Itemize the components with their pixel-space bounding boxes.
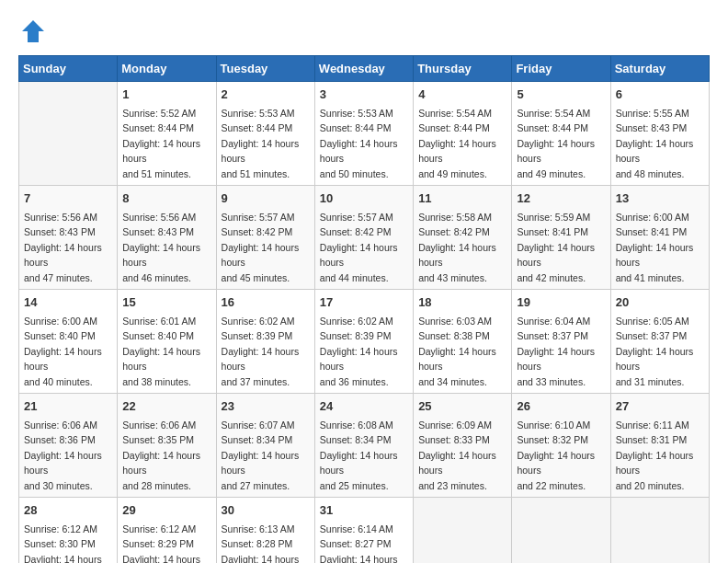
- logo-icon: [20, 18, 46, 44]
- logo: [18, 18, 46, 40]
- day-number: 25: [418, 397, 506, 416]
- svg-marker-0: [22, 20, 44, 42]
- day-number: 23: [222, 397, 310, 416]
- day-info: Sunrise: 5:57 AMSunset: 8:42 PMDaylight:…: [320, 212, 398, 283]
- day-info: Sunrise: 6:03 AMSunset: 8:38 PMDaylight:…: [418, 316, 496, 387]
- day-number: 27: [616, 397, 704, 416]
- day-info: Sunrise: 6:06 AMSunset: 8:35 PMDaylight:…: [122, 419, 200, 491]
- calendar-cell: 16Sunrise: 6:02 AMSunset: 8:39 PMDayligh…: [216, 290, 314, 394]
- weekday-header: Monday: [118, 56, 216, 82]
- day-number: 5: [517, 86, 605, 104]
- calendar-cell: 28Sunrise: 6:12 AMSunset: 8:30 PMDayligh…: [19, 498, 118, 564]
- calendar-cell: [610, 498, 709, 564]
- calendar-cell: 11Sunrise: 5:58 AMSunset: 8:42 PMDayligh…: [414, 186, 512, 290]
- day-info: Sunrise: 5:58 AMSunset: 8:42 PMDaylight:…: [418, 212, 496, 283]
- day-number: 6: [616, 86, 704, 104]
- weekday-header: Wednesday: [314, 56, 413, 82]
- day-number: 7: [24, 190, 112, 208]
- day-info: Sunrise: 6:09 AMSunset: 8:33 PMDaylight:…: [418, 419, 496, 491]
- day-number: 26: [517, 397, 605, 416]
- calendar-cell: 29Sunrise: 6:12 AMSunset: 8:29 PMDayligh…: [118, 498, 216, 564]
- day-info: Sunrise: 6:11 AMSunset: 8:31 PMDaylight:…: [616, 419, 694, 491]
- weekday-header-row: SundayMondayTuesdayWednesdayThursdayFrid…: [19, 56, 710, 82]
- calendar-cell: 6Sunrise: 5:55 AMSunset: 8:43 PMDaylight…: [610, 82, 709, 186]
- day-info: Sunrise: 6:05 AMSunset: 8:37 PMDaylight:…: [616, 316, 694, 387]
- day-info: Sunrise: 6:00 AMSunset: 8:40 PMDaylight:…: [24, 316, 102, 387]
- calendar-cell: 22Sunrise: 6:06 AMSunset: 8:35 PMDayligh…: [118, 394, 216, 498]
- calendar-cell: 4Sunrise: 5:54 AMSunset: 8:44 PMDaylight…: [414, 82, 512, 186]
- calendar-cell: 24Sunrise: 6:08 AMSunset: 8:34 PMDayligh…: [314, 394, 413, 498]
- day-info: Sunrise: 6:12 AMSunset: 8:29 PMDaylight:…: [122, 523, 200, 564]
- day-info: Sunrise: 6:06 AMSunset: 8:36 PMDaylight:…: [24, 419, 102, 491]
- calendar-week-row: 7Sunrise: 5:56 AMSunset: 8:43 PMDaylight…: [19, 186, 710, 290]
- day-number: 14: [24, 293, 112, 312]
- day-info: Sunrise: 5:56 AMSunset: 8:43 PMDaylight:…: [24, 212, 102, 283]
- day-number: 4: [418, 86, 506, 104]
- day-info: Sunrise: 5:59 AMSunset: 8:41 PMDaylight:…: [517, 212, 595, 283]
- calendar-cell: 27Sunrise: 6:11 AMSunset: 8:31 PMDayligh…: [610, 394, 709, 498]
- day-info: Sunrise: 5:54 AMSunset: 8:44 PMDaylight:…: [418, 108, 496, 179]
- day-info: Sunrise: 6:10 AMSunset: 8:32 PMDaylight:…: [517, 419, 595, 491]
- page-header: [18, 18, 710, 40]
- day-info: Sunrise: 5:52 AMSunset: 8:44 PMDaylight:…: [122, 108, 200, 179]
- day-number: 29: [122, 501, 210, 520]
- calendar-cell: 21Sunrise: 6:06 AMSunset: 8:36 PMDayligh…: [19, 394, 118, 498]
- day-number: 15: [122, 293, 210, 312]
- calendar-cell: 20Sunrise: 6:05 AMSunset: 8:37 PMDayligh…: [610, 290, 709, 394]
- day-info: Sunrise: 6:13 AMSunset: 8:28 PMDaylight:…: [222, 523, 300, 564]
- calendar-week-row: 1Sunrise: 5:52 AMSunset: 8:44 PMDaylight…: [19, 82, 710, 186]
- day-number: 28: [24, 501, 112, 520]
- day-number: 20: [616, 293, 704, 312]
- calendar-cell: 9Sunrise: 5:57 AMSunset: 8:42 PMDaylight…: [216, 186, 314, 290]
- calendar-cell: 8Sunrise: 5:56 AMSunset: 8:43 PMDaylight…: [118, 186, 216, 290]
- day-number: 17: [320, 293, 408, 312]
- calendar-cell: 12Sunrise: 5:59 AMSunset: 8:41 PMDayligh…: [512, 186, 610, 290]
- day-number: 18: [418, 293, 506, 312]
- day-number: 16: [222, 293, 310, 312]
- calendar-cell: 17Sunrise: 6:02 AMSunset: 8:39 PMDayligh…: [314, 290, 413, 394]
- day-number: 8: [122, 190, 210, 208]
- calendar-cell: 15Sunrise: 6:01 AMSunset: 8:40 PMDayligh…: [118, 290, 216, 394]
- calendar-cell: [414, 498, 512, 564]
- day-info: Sunrise: 5:53 AMSunset: 8:44 PMDaylight:…: [222, 108, 300, 179]
- calendar-week-row: 28Sunrise: 6:12 AMSunset: 8:30 PMDayligh…: [19, 498, 710, 564]
- calendar-cell: 1Sunrise: 5:52 AMSunset: 8:44 PMDaylight…: [118, 82, 216, 186]
- day-number: 24: [320, 397, 408, 416]
- day-number: 21: [24, 397, 112, 416]
- calendar-table: SundayMondayTuesdayWednesdayThursdayFrid…: [18, 55, 710, 563]
- weekday-header: Sunday: [19, 56, 118, 82]
- day-info: Sunrise: 6:12 AMSunset: 8:30 PMDaylight:…: [24, 523, 102, 564]
- calendar-cell: 30Sunrise: 6:13 AMSunset: 8:28 PMDayligh…: [216, 498, 314, 564]
- day-info: Sunrise: 5:53 AMSunset: 8:44 PMDaylight:…: [320, 108, 398, 179]
- weekday-header: Friday: [512, 56, 610, 82]
- calendar-cell: 23Sunrise: 6:07 AMSunset: 8:34 PMDayligh…: [216, 394, 314, 498]
- day-info: Sunrise: 5:55 AMSunset: 8:43 PMDaylight:…: [616, 108, 694, 179]
- calendar-cell: [19, 82, 118, 186]
- calendar-cell: 25Sunrise: 6:09 AMSunset: 8:33 PMDayligh…: [414, 394, 512, 498]
- day-info: Sunrise: 6:14 AMSunset: 8:27 PMDaylight:…: [320, 523, 398, 564]
- calendar-cell: 14Sunrise: 6:00 AMSunset: 8:40 PMDayligh…: [19, 290, 118, 394]
- calendar-cell: [512, 498, 610, 564]
- calendar-cell: 31Sunrise: 6:14 AMSunset: 8:27 PMDayligh…: [314, 498, 413, 564]
- day-info: Sunrise: 6:02 AMSunset: 8:39 PMDaylight:…: [320, 316, 398, 387]
- day-info: Sunrise: 6:07 AMSunset: 8:34 PMDaylight:…: [222, 419, 300, 491]
- day-number: 22: [122, 397, 210, 416]
- day-info: Sunrise: 6:02 AMSunset: 8:39 PMDaylight:…: [222, 316, 300, 387]
- weekday-header: Saturday: [610, 56, 709, 82]
- weekday-header: Thursday: [414, 56, 512, 82]
- calendar-week-row: 14Sunrise: 6:00 AMSunset: 8:40 PMDayligh…: [19, 290, 710, 394]
- day-number: 31: [320, 501, 408, 520]
- calendar-cell: 5Sunrise: 5:54 AMSunset: 8:44 PMDaylight…: [512, 82, 610, 186]
- calendar-week-row: 21Sunrise: 6:06 AMSunset: 8:36 PMDayligh…: [19, 394, 710, 498]
- day-number: 10: [320, 190, 408, 208]
- day-info: Sunrise: 5:54 AMSunset: 8:44 PMDaylight:…: [517, 108, 595, 179]
- day-number: 13: [616, 190, 704, 208]
- day-number: 19: [517, 293, 605, 312]
- weekday-header: Tuesday: [216, 56, 314, 82]
- calendar-cell: 7Sunrise: 5:56 AMSunset: 8:43 PMDaylight…: [19, 186, 118, 290]
- calendar-cell: 18Sunrise: 6:03 AMSunset: 8:38 PMDayligh…: [414, 290, 512, 394]
- day-info: Sunrise: 5:56 AMSunset: 8:43 PMDaylight:…: [122, 212, 200, 283]
- calendar-cell: 2Sunrise: 5:53 AMSunset: 8:44 PMDaylight…: [216, 82, 314, 186]
- day-number: 12: [517, 190, 605, 208]
- day-info: Sunrise: 5:57 AMSunset: 8:42 PMDaylight:…: [222, 212, 300, 283]
